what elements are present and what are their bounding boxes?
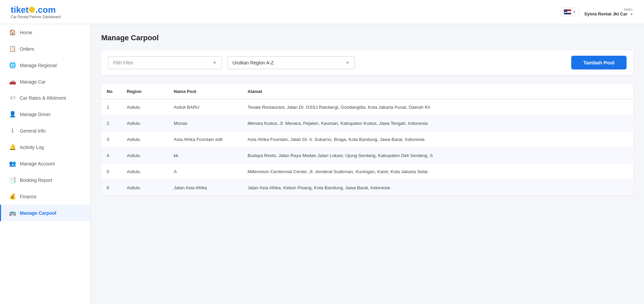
user-chevron-icon: ▼: [630, 12, 633, 16]
lang-selector[interactable]: ▼: [561, 8, 579, 16]
sidebar: 🏠 Home 📋 Orders 🌐 Manage Regional 🚗 Mana…: [0, 24, 91, 304]
cell-alamat: Asia Afrika Fountain, Jalan Dr. Ir. Suka…: [242, 132, 633, 148]
table-row: 4 Asilulu kk Budaya Resto, Jalan Raya Me…: [101, 148, 633, 164]
sidebar-label-manage-car: Manage Car: [20, 79, 46, 85]
cell-no: 1: [101, 99, 121, 115]
account-icon: 👥: [9, 160, 16, 167]
logo-dot: [29, 7, 35, 13]
cell-alamat: Millennium Centennial Center, Jl. Jender…: [242, 164, 633, 180]
cell-nama-pool: kk: [168, 148, 242, 164]
filter-placeholder: Pilih Filter: [113, 60, 133, 65]
add-pool-button[interactable]: Tambah Pool: [571, 56, 627, 69]
sidebar-label-manage-carpool: Manage Carpool: [20, 210, 56, 216]
cell-no: 2: [101, 115, 121, 132]
cell-alamat: Menara Kudus, Jl. Menara, Pejaten, Kauma…: [242, 115, 633, 132]
sidebar-label-manage-account: Manage Account: [20, 161, 55, 166]
sidebar-item-manage-account[interactable]: 👥 Manage Account: [0, 155, 90, 172]
sidebar-label-manage-regional: Manage Regional: [20, 63, 57, 68]
sidebar-item-orders[interactable]: 📋 Orders: [0, 41, 90, 57]
logo: tiket.com: [11, 5, 61, 14]
main-content: Manage Carpool Pilih Filter ▼ Urutkan Re…: [91, 24, 644, 304]
sidebar-label-general-info: General Info: [20, 128, 46, 134]
cell-no: 3: [101, 132, 121, 148]
table-row: 6 Asilulu Jalan Asia Afrika Jalan Asia A…: [101, 180, 633, 196]
header: tiket.com Car Rental Partner Dashboard ▼…: [0, 0, 644, 24]
col-header-nama-pool: Nama Pool: [168, 84, 242, 99]
sidebar-label-booking-report: Booking Report: [20, 178, 52, 183]
cell-region: Asilulu: [121, 164, 168, 180]
table-body: 1 Asilulu Asiluli BARU Tesate Restaurant…: [101, 99, 633, 196]
logo-text-part2: .com: [35, 5, 56, 15]
filter-chevron-icon: ▼: [212, 60, 217, 65]
cell-nama-pool: Jalan Asia Afrika: [168, 180, 242, 196]
finance-icon: 💰: [9, 193, 16, 200]
cell-nama-pool: A: [168, 164, 242, 180]
home-icon: 🏠: [9, 29, 16, 36]
sidebar-item-car-rates[interactable]: 🏷 Car Rates & Allotment: [0, 90, 90, 106]
table-row: 5 Asilulu A Millennium Centennial Center…: [101, 164, 633, 180]
col-header-no: No: [101, 84, 121, 99]
flag-icon: [564, 9, 571, 14]
col-header-region: Region: [121, 84, 168, 99]
orders-icon: 📋: [9, 45, 16, 52]
col-header-alamat: Alamat: [242, 84, 633, 99]
sidebar-label-car-rates: Car Rates & Allotment: [20, 95, 66, 101]
sidebar-item-booking-report[interactable]: 📑 Booking Report: [0, 172, 90, 188]
sidebar-item-manage-car[interactable]: 🚗 Manage Car: [0, 73, 90, 90]
table-row: 2 Asilulu Monas Menara Kudus, Jl. Menara…: [101, 115, 633, 132]
cell-alamat: Tesate Restaurant, Jalan Dr. GSSJ Ratula…: [242, 99, 633, 115]
activity-icon: 🔔: [9, 144, 16, 151]
sort-label: Urutkan Region A-Z: [232, 60, 274, 65]
driver-icon: 👤: [9, 111, 16, 118]
header-right: ▼ Hello, Sylvia Rental Jkt Car ▼: [561, 7, 633, 16]
cell-no: 6: [101, 180, 121, 196]
logo-subtitle: Car Rental Partner Dashboard: [11, 15, 61, 19]
filter-bar: Pilih Filter ▼ Urutkan Region A-Z ▼ Tamb…: [101, 50, 633, 75]
cell-alamat: Jalan Asia Afrika, Kebon Pisang, Kota Ba…: [242, 180, 633, 196]
table-container: No Region Nama Pool Alamat 1 Asilulu Asi…: [101, 84, 633, 196]
report-icon: 📑: [9, 176, 16, 184]
sidebar-label-finance: Finance: [20, 194, 37, 199]
car-icon: 🚗: [9, 78, 16, 85]
rates-icon: 🏷: [9, 95, 16, 101]
logo-text-part1: tiket: [11, 5, 29, 15]
logo-area: tiket.com Car Rental Partner Dashboard: [11, 5, 61, 19]
sidebar-item-general-info[interactable]: ℹ General Info: [0, 122, 90, 139]
table-header: No Region Nama Pool Alamat: [101, 84, 633, 99]
cell-no: 5: [101, 164, 121, 180]
cell-region: Asilulu: [121, 180, 168, 196]
regional-icon: 🌐: [9, 62, 16, 69]
cell-alamat: Budaya Resto, Jalan Raya Medan Jalan Lok…: [242, 148, 633, 164]
user-info[interactable]: Hello, Sylvia Rental Jkt Car ▼: [584, 7, 633, 16]
sidebar-label-home: Home: [20, 30, 32, 35]
sort-dropdown[interactable]: Urutkan Region A-Z ▼: [227, 56, 355, 69]
table-row: 1 Asilulu Asiluli BARU Tesate Restaurant…: [101, 99, 633, 115]
sidebar-label-activity-log: Activity Log: [20, 145, 44, 150]
filter-dropdown[interactable]: Pilih Filter ▼: [108, 56, 222, 69]
sidebar-item-activity-log[interactable]: 🔔 Activity Log: [0, 139, 90, 155]
cell-region: Asilulu: [121, 99, 168, 115]
cell-region: Asilulu: [121, 148, 168, 164]
layout: 🏠 Home 📋 Orders 🌐 Manage Regional 🚗 Mana…: [0, 24, 644, 304]
user-name: Sylvia Rental Jkt Car ▼: [584, 11, 633, 16]
sidebar-item-manage-carpool[interactable]: 🚌 Manage Carpool: [0, 205, 90, 221]
cell-region: Asilulu: [121, 132, 168, 148]
cell-nama-pool: Monas: [168, 115, 242, 132]
sidebar-item-manage-regional[interactable]: 🌐 Manage Regional: [0, 57, 90, 73]
page-title: Manage Carpool: [101, 34, 633, 42]
carpool-icon: 🚌: [9, 209, 16, 216]
sidebar-item-home[interactable]: 🏠 Home: [0, 24, 90, 41]
table-row: 3 Asilulu Asia Afrika Fountain edit Asia…: [101, 132, 633, 148]
cell-region: Asilulu: [121, 115, 168, 132]
sort-chevron-icon: ▼: [345, 60, 350, 65]
hello-text: Hello,: [624, 7, 633, 11]
cell-no: 4: [101, 148, 121, 164]
lang-chevron-icon: ▼: [573, 10, 576, 14]
sidebar-item-finance[interactable]: 💰 Finance: [0, 188, 90, 205]
sidebar-item-manage-driver[interactable]: 👤 Manage Driver: [0, 106, 90, 122]
cell-nama-pool: Asiluli BARU: [168, 99, 242, 115]
sidebar-label-orders: Orders: [20, 46, 34, 52]
carpool-table: No Region Nama Pool Alamat 1 Asilulu Asi…: [101, 84, 633, 196]
cell-nama-pool: Asia Afrika Fountain edit: [168, 132, 242, 148]
info-icon: ℹ: [9, 127, 16, 134]
